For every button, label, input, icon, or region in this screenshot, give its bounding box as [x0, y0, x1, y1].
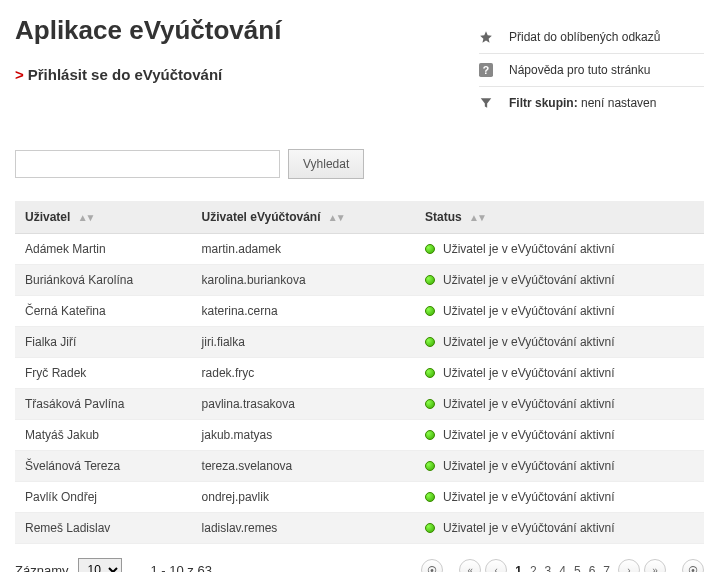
table-row: Pavlík Ondřejondrej.pavlikUživatel je v … — [15, 482, 704, 513]
status-text: Uživatel je v eVyúčtování aktivní — [443, 366, 615, 380]
cell-status: Uživatel je v eVyúčtování aktivní — [415, 389, 704, 420]
question-icon: ? — [479, 63, 497, 77]
cell-euser: katerina.cerna — [192, 296, 415, 327]
records-label: Záznamy — [15, 563, 68, 573]
status-text: Uživatel je v eVyúčtování aktivní — [443, 490, 615, 504]
star-icon — [479, 30, 497, 44]
col-status-label: Status — [425, 210, 462, 224]
search-button[interactable]: Vyhledat — [288, 149, 364, 179]
col-euser-label: Uživatel eVyúčtování — [202, 210, 321, 224]
col-euser-header[interactable]: Uživatel eVyúčtování ▲▼ — [192, 201, 415, 234]
status-dot-icon — [425, 244, 435, 254]
cell-user: Třasáková Pavlína — [15, 389, 192, 420]
status-text: Uživatel je v eVyúčtování aktivní — [443, 428, 615, 442]
col-user-label: Uživatel — [25, 210, 70, 224]
cell-status: Uživatel je v eVyúčtování aktivní — [415, 358, 704, 389]
status-dot-icon — [425, 275, 435, 285]
cell-euser: martin.adamek — [192, 234, 415, 265]
cell-user: Adámek Martin — [15, 234, 192, 265]
records-range: 1 - 10 z 63 — [150, 563, 211, 573]
pager-fastfwd-button[interactable]: » — [644, 559, 666, 572]
group-filter-text: Filtr skupin: není nastaven — [509, 96, 656, 110]
table-row: Švelánová Terezatereza.svelanovaUživatel… — [15, 451, 704, 482]
status-dot-icon — [425, 461, 435, 471]
status-text: Uživatel je v eVyúčtování aktivní — [443, 459, 615, 473]
arrow-icon: > — [15, 66, 24, 83]
cell-euser: pavlina.trasakova — [192, 389, 415, 420]
status-dot-icon — [425, 337, 435, 347]
cell-euser: karolina.buriankova — [192, 265, 415, 296]
sort-icon: ▲▼ — [328, 212, 344, 223]
cell-status: Uživatel je v eVyúčtování aktivní — [415, 482, 704, 513]
login-link[interactable]: >Přihlásit se do eVyúčtování — [15, 66, 479, 83]
svg-text:?: ? — [483, 64, 489, 76]
cell-status: Uživatel je v eVyúčtování aktivní — [415, 420, 704, 451]
cell-status: Uživatel je v eVyúčtování aktivní — [415, 265, 704, 296]
status-text: Uživatel je v eVyúčtování aktivní — [443, 397, 615, 411]
status-text: Uživatel je v eVyúčtování aktivní — [443, 335, 615, 349]
cell-euser: radek.fryc — [192, 358, 415, 389]
cell-user: Fialka Jiří — [15, 327, 192, 358]
users-table: Uživatel ▲▼ Uživatel eVyúčtování ▲▼ Stat… — [15, 201, 704, 544]
pager-page-6[interactable]: 6 — [585, 564, 600, 573]
pager: ⦿ « ‹ 1234567 › » ⦿ — [421, 559, 704, 572]
table-row: Černá Kateřinakaterina.cernaUživatel je … — [15, 296, 704, 327]
cell-euser: ondrej.pavlik — [192, 482, 415, 513]
records-per-page-select[interactable]: 10 — [78, 558, 122, 572]
cell-status: Uživatel je v eVyúčtování aktivní — [415, 234, 704, 265]
cell-status: Uživatel je v eVyúčtování aktivní — [415, 296, 704, 327]
col-status-header[interactable]: Status ▲▼ — [415, 201, 704, 234]
add-favorite-link[interactable]: Přidat do oblíbených odkazů — [479, 21, 704, 54]
col-user-header[interactable]: Uživatel ▲▼ — [15, 201, 192, 234]
pager-fastback-button[interactable]: « — [459, 559, 481, 572]
add-favorite-label: Přidat do oblíbených odkazů — [509, 30, 660, 44]
pager-page-1[interactable]: 1 — [511, 564, 526, 573]
cell-user: Remeš Ladislav — [15, 513, 192, 544]
sort-icon: ▲▼ — [469, 212, 485, 223]
table-row: Fryč Radekradek.frycUživatel je v eVyúčt… — [15, 358, 704, 389]
sort-icon: ▲▼ — [78, 212, 94, 223]
group-filter-value: není nastaven — [581, 96, 656, 110]
page-title: Aplikace eVyúčtování — [15, 15, 479, 46]
cell-status: Uživatel je v eVyúčtování aktivní — [415, 513, 704, 544]
status-text: Uživatel je v eVyúčtování aktivní — [443, 273, 615, 287]
cell-user: Matyáš Jakub — [15, 420, 192, 451]
login-link-label: Přihlásit se do eVyúčtování — [28, 66, 223, 83]
pager-page-3[interactable]: 3 — [541, 564, 556, 573]
status-dot-icon — [425, 368, 435, 378]
table-row: Třasáková Pavlínapavlina.trasakovaUživat… — [15, 389, 704, 420]
cell-user: Švelánová Tereza — [15, 451, 192, 482]
help-link[interactable]: ? Nápověda pro tuto stránku — [479, 54, 704, 87]
group-filter-label: Filtr skupin: — [509, 96, 578, 110]
cell-user: Pavlík Ondřej — [15, 482, 192, 513]
status-dot-icon — [425, 523, 435, 533]
pager-prev-button[interactable]: ‹ — [485, 559, 507, 572]
table-row: Matyáš Jakubjakub.matyasUživatel je v eV… — [15, 420, 704, 451]
cell-euser: jakub.matyas — [192, 420, 415, 451]
cell-euser: tereza.svelanova — [192, 451, 415, 482]
status-dot-icon — [425, 492, 435, 502]
table-row: Adámek Martinmartin.adamekUživatel je v … — [15, 234, 704, 265]
pager-page-2[interactable]: 2 — [526, 564, 541, 573]
table-row: Remeš Ladislavladislav.remesUživatel je … — [15, 513, 704, 544]
group-filter-link[interactable]: Filtr skupin: není nastaven — [479, 87, 704, 119]
status-dot-icon — [425, 399, 435, 409]
cell-euser: ladislav.remes — [192, 513, 415, 544]
search-input[interactable] — [15, 150, 280, 178]
cell-euser: jiri.fialka — [192, 327, 415, 358]
status-dot-icon — [425, 306, 435, 316]
pager-next-button[interactable]: › — [618, 559, 640, 572]
cell-user: Fryč Radek — [15, 358, 192, 389]
status-text: Uživatel je v eVyúčtování aktivní — [443, 304, 615, 318]
cell-status: Uživatel je v eVyúčtování aktivní — [415, 451, 704, 482]
pager-page-7[interactable]: 7 — [599, 564, 614, 573]
funnel-icon — [479, 96, 497, 110]
pager-page-4[interactable]: 4 — [555, 564, 570, 573]
pager-last-button[interactable]: ⦿ — [682, 559, 704, 572]
action-panel: Přidat do oblíbených odkazů ? Nápověda p… — [479, 21, 704, 119]
status-text: Uživatel je v eVyúčtování aktivní — [443, 242, 615, 256]
help-label: Nápověda pro tuto stránku — [509, 63, 650, 77]
status-text: Uživatel je v eVyúčtování aktivní — [443, 521, 615, 535]
pager-page-5[interactable]: 5 — [570, 564, 585, 573]
pager-first-button[interactable]: ⦿ — [421, 559, 443, 572]
